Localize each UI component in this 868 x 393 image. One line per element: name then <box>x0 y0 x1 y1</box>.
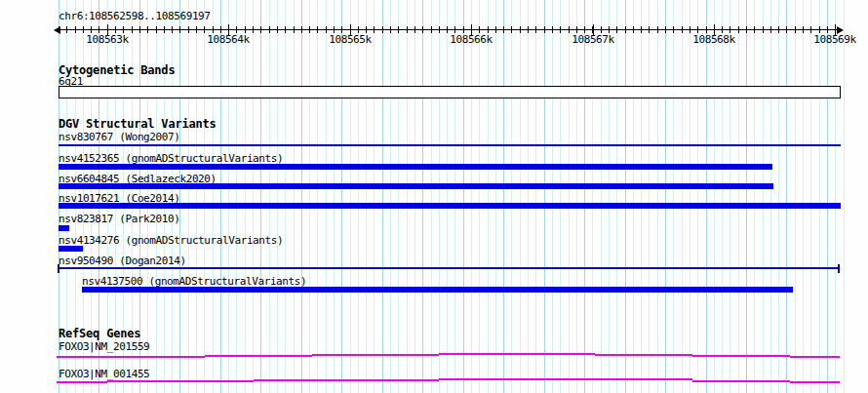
gridline <box>350 0 351 393</box>
gridline <box>422 0 423 393</box>
ruler-tick-minor <box>83 26 84 33</box>
ruler-tick-minor <box>454 26 455 33</box>
gene-line-segment[interactable] <box>692 380 790 382</box>
ruler-tick-minor <box>803 26 804 33</box>
ruler-tick-minor <box>584 26 585 33</box>
gridline <box>649 0 650 393</box>
gene-label[interactable]: FOXO3|NM_201559 <box>59 340 149 353</box>
variant-label[interactable]: nsv6604845 (Sedlazeck2020) <box>59 173 217 185</box>
ruler-tick-minor <box>260 26 261 33</box>
variant-line[interactable] <box>59 267 839 269</box>
gridline <box>722 0 723 393</box>
variant-line[interactable] <box>59 144 841 146</box>
cytoband-label: 6q21 <box>59 75 83 88</box>
ruler-tick-minor <box>390 26 391 33</box>
ruler-tick-minor <box>204 26 205 33</box>
gridline <box>738 0 739 393</box>
ruler-tick-minor <box>398 26 399 33</box>
ruler-tick-minor <box>616 26 617 33</box>
gridline <box>503 0 504 393</box>
gridline <box>673 0 674 393</box>
gridline <box>584 0 585 393</box>
ruler-tick-minor <box>164 26 165 33</box>
gene-line-segment[interactable] <box>439 378 692 380</box>
gridline <box>366 0 367 393</box>
gridline <box>609 0 610 393</box>
ruler-tick-minor <box>172 26 173 33</box>
gene-line-segment[interactable] <box>57 381 107 383</box>
gene-line-segment[interactable] <box>692 355 790 357</box>
gridline <box>341 0 342 393</box>
ruler-tick-minor <box>641 26 642 33</box>
gridline <box>730 0 730 393</box>
gene-line-segment[interactable] <box>205 355 312 357</box>
gene-line-segment[interactable] <box>439 353 595 355</box>
variant-label[interactable]: nsv4137500 (gnomADStructuralVariants) <box>82 275 306 288</box>
track-title-dgv-structural-variants: DGV Structural Variants <box>59 118 217 131</box>
gene-line-segment[interactable] <box>790 381 840 383</box>
ruler-tick-minor <box>66 26 67 33</box>
gene-line-segment[interactable] <box>107 380 254 382</box>
gridline <box>479 0 480 393</box>
ruler-tick-minor <box>115 26 116 33</box>
ruler-tick-minor <box>245 26 246 33</box>
variant-label[interactable]: nsv4152365 (gnomADStructuralVariants) <box>59 152 283 165</box>
gene-line-segment[interactable] <box>254 379 439 381</box>
ruler-tick-minor <box>196 26 197 33</box>
variant-bar[interactable] <box>59 225 69 231</box>
ruler-tick-minor <box>188 26 189 33</box>
ruler-tick-minor <box>633 26 634 33</box>
ruler-tick-label: 108567k <box>572 33 614 46</box>
ruler-tick-minor <box>334 26 335 33</box>
ruler-tick-minor <box>213 26 214 33</box>
variant-label[interactable]: nsv950490 (Dogan2014) <box>59 255 186 267</box>
ruler-tick-minor <box>447 26 448 33</box>
gridline <box>770 0 771 393</box>
gridline <box>454 0 455 393</box>
ruler-tick-minor <box>220 26 221 33</box>
gene-line-segment[interactable] <box>790 356 840 358</box>
gridline <box>269 0 270 393</box>
gene-label[interactable]: FOXO3|NM_001455 <box>59 368 149 380</box>
gridline <box>592 0 593 393</box>
ruler-tick-minor <box>778 26 779 33</box>
gridline <box>835 0 836 393</box>
ruler-tick-minor <box>414 26 415 33</box>
gene-line-segment[interactable] <box>312 354 439 356</box>
gene-line-segment[interactable] <box>595 354 692 356</box>
gene-line-segment[interactable] <box>57 356 205 358</box>
variant-end-bracket <box>838 264 840 273</box>
ruler-tick-minor <box>382 26 383 33</box>
gridline <box>803 0 804 393</box>
variant-label[interactable]: nsv1017621 (Coe2014) <box>59 192 179 205</box>
ruler-tick-minor <box>609 26 610 33</box>
gridline <box>439 0 440 393</box>
track-title-refseq-genes: RefSeq Genes <box>59 328 140 340</box>
ruler-tick-minor <box>91 26 92 33</box>
variant-label[interactable]: nsv4134276 (gnomADStructuralVariants) <box>59 234 283 247</box>
ruler-tick-minor <box>488 26 489 33</box>
ruler-tick-minor <box>123 26 124 33</box>
variant-label[interactable]: nsv830767 (Wong2007) <box>59 131 179 143</box>
ruler-tick-minor <box>569 26 570 33</box>
ruler-tick-minor <box>706 26 707 33</box>
gridline <box>786 0 787 393</box>
ruler-tick-minor <box>59 26 59 33</box>
gridline <box>277 0 278 393</box>
gridline <box>528 0 529 393</box>
ruler-tick-minor <box>697 26 698 33</box>
region-label: chr6:108562598..108569197 <box>59 10 211 22</box>
gridline <box>560 0 561 393</box>
ruler-tick-label: 108564k <box>207 33 250 46</box>
ruler-tick-minor <box>236 26 237 33</box>
ruler-tick-minor <box>520 26 521 33</box>
ruler-tick-minor <box>439 26 440 33</box>
genome-browser-panel: chr6:108562598..108569197 Cytogenetic Ba… <box>0 0 868 393</box>
gridline <box>544 0 545 393</box>
ruler-tick-label: 108569k <box>813 33 856 46</box>
variant-label[interactable]: nsv823817 (Park2010) <box>59 213 179 225</box>
gridline <box>616 0 617 393</box>
gridline <box>576 0 577 393</box>
gridline <box>196 0 197 393</box>
ruler-tick-minor <box>601 26 602 33</box>
